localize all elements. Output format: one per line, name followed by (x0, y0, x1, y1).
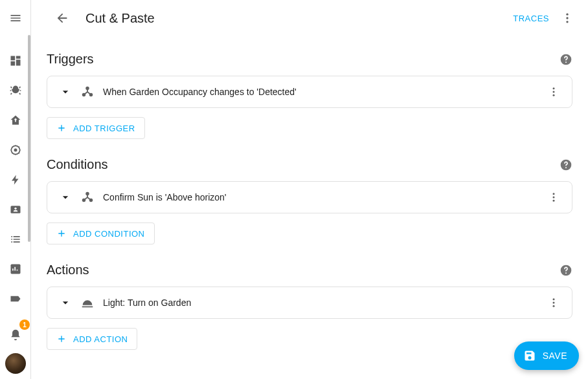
page-more-button[interactable] (554, 5, 580, 31)
svg-point-15 (553, 94, 555, 96)
svg-point-6 (566, 17, 568, 19)
svg-point-26 (553, 298, 555, 300)
svg-point-17 (565, 167, 567, 168)
svg-point-3 (14, 208, 16, 210)
triggers-title: Triggers (47, 52, 560, 67)
chevron-down-icon (59, 296, 72, 309)
dome-icon (80, 296, 95, 310)
chevron-down-icon (59, 191, 72, 204)
action-more-button[interactable] (543, 292, 564, 313)
expand-action[interactable] (55, 292, 76, 313)
sidebar-item-ai[interactable] (3, 137, 28, 163)
trigger-summary: When Garden Occupancy changes to 'Detect… (103, 87, 543, 97)
notification-badge: 1 (19, 319, 30, 330)
more-vert-icon (548, 191, 560, 203)
svg-point-18 (86, 193, 89, 195)
svg-point-25 (565, 272, 567, 274)
triggers-section: Triggers When Garden Occupancy changes t… (47, 52, 572, 139)
flash-icon (10, 174, 21, 186)
condition-card[interactable]: Confirm Sun is 'Above horizon' (47, 181, 572, 213)
action-type-icon (78, 294, 96, 312)
add-condition-label: ADD CONDITION (73, 229, 145, 239)
save-button[interactable]: SAVE (514, 341, 579, 370)
save-icon (523, 349, 536, 362)
user-avatar[interactable] (5, 353, 26, 374)
notifications-button[interactable]: 1 (3, 322, 28, 348)
sidebar-item-dashboard[interactable] (3, 48, 28, 74)
expand-trigger[interactable] (55, 81, 76, 102)
chart-box-icon (9, 263, 22, 276)
actions-section: Actions Light: Turn on Garden ADD ACTION (47, 263, 572, 350)
sidebar-scrollbar[interactable] (28, 35, 30, 242)
help-icon (560, 53, 572, 66)
trigger-more-button[interactable] (543, 81, 564, 102)
conditions-title: Conditions (47, 157, 560, 172)
svg-point-22 (553, 197, 555, 199)
action-card[interactable]: Light: Turn on Garden (47, 287, 572, 319)
list-icon (9, 233, 22, 246)
plus-icon (56, 228, 67, 239)
sidebar-item-energy[interactable] (3, 167, 28, 193)
home-up-icon (9, 114, 22, 127)
sidebar-item-debug[interactable] (3, 78, 28, 103)
svg-point-27 (553, 302, 555, 304)
chevron-down-icon (59, 85, 72, 98)
svg-point-13 (553, 87, 555, 89)
topbar: Cut & Paste TRACES (31, 0, 588, 36)
sidebar-item-label[interactable] (3, 286, 28, 312)
svg-point-5 (566, 14, 568, 16)
add-condition-button[interactable]: ADD CONDITION (47, 222, 155, 244)
traces-link[interactable]: TRACES (513, 14, 549, 23)
svg-point-1 (14, 149, 16, 151)
dashboard-icon (9, 54, 22, 67)
add-action-button[interactable]: ADD ACTION (47, 328, 137, 350)
conditions-section: Conditions Confirm Sun is 'Above horizon… (47, 157, 572, 244)
condition-summary: Confirm Sun is 'Above horizon' (103, 192, 543, 202)
plus-icon (56, 334, 67, 344)
actions-help[interactable] (560, 264, 572, 277)
page-title: Cut & Paste (85, 11, 155, 26)
help-icon (560, 264, 572, 277)
trigger-type-icon (78, 83, 96, 101)
expand-condition[interactable] (55, 187, 76, 208)
conditions-help[interactable] (560, 158, 572, 171)
add-action-label: ADD ACTION (73, 334, 128, 344)
actions-title: Actions (47, 263, 560, 277)
menu-icon (9, 12, 22, 25)
svg-point-14 (553, 91, 555, 93)
back-button[interactable] (49, 5, 75, 31)
sidebar-item-home[interactable] (3, 107, 28, 133)
menu-toggle[interactable] (3, 5, 28, 31)
svg-point-9 (565, 61, 567, 63)
arrow-left-icon (55, 11, 69, 25)
sidebar: 1 (0, 0, 31, 379)
action-summary: Light: Turn on Garden (103, 298, 543, 308)
tag-icon (9, 292, 22, 305)
brain-gear-icon (9, 144, 22, 157)
sidebar-item-stats[interactable] (3, 256, 28, 282)
svg-point-23 (553, 200, 555, 202)
svg-point-10 (86, 87, 89, 90)
bell-icon (9, 329, 22, 341)
trigger-card[interactable]: When Garden Occupancy changes to 'Detect… (47, 76, 572, 108)
bug-icon (9, 84, 22, 97)
condition-type-icon (78, 188, 96, 206)
triggers-help[interactable] (560, 53, 572, 66)
state-node-icon (80, 190, 95, 204)
svg-point-28 (553, 305, 555, 307)
add-trigger-button[interactable]: ADD TRIGGER (47, 117, 145, 139)
more-vert-icon (548, 297, 560, 309)
help-icon (560, 158, 572, 171)
plus-icon (56, 123, 67, 133)
main-content: Triggers When Garden Occupancy changes t… (31, 36, 588, 379)
more-vert-icon (561, 12, 574, 25)
state-node-icon (80, 85, 95, 99)
person-card-icon (9, 203, 22, 216)
sidebar-item-list[interactable] (3, 226, 28, 252)
svg-point-7 (566, 21, 568, 23)
save-label: SAVE (543, 351, 567, 361)
sidebar-item-people[interactable] (3, 197, 28, 222)
add-trigger-label: ADD TRIGGER (73, 124, 135, 133)
more-vert-icon (548, 86, 560, 98)
condition-more-button[interactable] (543, 187, 564, 208)
